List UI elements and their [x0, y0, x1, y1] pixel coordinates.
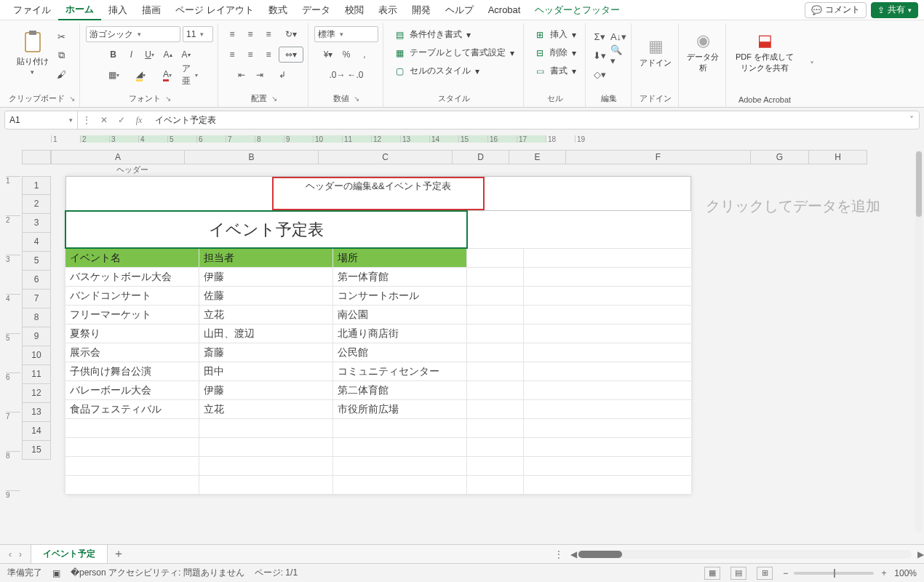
cell[interactable] — [524, 400, 581, 418]
cut-button[interactable]: ✂ — [54, 29, 70, 44]
add-sheet-button[interactable]: ＋ — [108, 546, 130, 562]
cell[interactable]: 第一体育館 — [333, 268, 467, 286]
cell[interactable] — [467, 268, 524, 286]
row-header[interactable]: 15 — [22, 441, 51, 460]
cell[interactable] — [467, 249, 524, 267]
cell[interactable] — [467, 419, 524, 437]
align-right[interactable]: ≡ — [260, 47, 276, 63]
copy-button[interactable]: ⧉ — [54, 48, 70, 63]
row-header[interactable]: 11 — [22, 365, 51, 384]
menu-headerfooter[interactable]: ヘッダーとフッター — [527, 1, 627, 20]
create-pdf-button[interactable]: ⬓PDF を作成してリンクを共有 — [732, 26, 797, 79]
decrease-decimal[interactable]: ←.0 — [348, 67, 364, 83]
cell[interactable]: 食品フェスティバル — [65, 400, 199, 418]
cell[interactable]: 夏祭り — [65, 324, 199, 343]
wrap-text[interactable]: ↲ — [270, 67, 295, 83]
format-cells-button[interactable]: ▭書式 ▾ — [530, 63, 581, 79]
merge-button[interactable]: ⇔▾ — [279, 47, 303, 63]
col-header-E[interactable]: E — [509, 150, 566, 164]
accounting-button[interactable]: ¥▾ — [320, 47, 336, 63]
zoom-in[interactable]: ＋ — [880, 567, 888, 579]
view-pagelayout[interactable]: ▤ — [730, 567, 746, 580]
grow-font-button[interactable]: A▴ — [160, 47, 176, 63]
macro-rec-icon[interactable]: ▣ — [52, 568, 60, 578]
cell[interactable] — [199, 438, 333, 456]
row-header[interactable]: 7 — [22, 290, 51, 308]
font-color-button[interactable]: A▾ — [155, 67, 180, 83]
collapse-ribbon[interactable]: ˅ — [803, 23, 821, 107]
comments-button[interactable]: 💬コメント — [805, 2, 867, 18]
autosum-button[interactable]: Σ▾ — [592, 29, 608, 44]
header-editor[interactable]: ヘッダーの編集&&イベント予定表 — [65, 176, 691, 211]
borders-button[interactable]: ▦▾ — [101, 67, 126, 83]
row-header[interactable]: 4 — [22, 233, 51, 252]
font-launcher[interactable]: ↘ — [165, 95, 171, 103]
name-box[interactable]: A1▾ — [5, 111, 78, 129]
header-left[interactable] — [66, 177, 272, 210]
row-header[interactable]: 9 — [22, 327, 51, 346]
find-select-button[interactable]: 🔍▾ — [610, 48, 626, 63]
cell[interactable]: 佐藤 — [199, 287, 333, 305]
cell[interactable]: 展示会 — [65, 343, 199, 362]
cell[interactable] — [199, 457, 333, 475]
menu-insert[interactable]: 挿入 — [101, 1, 135, 20]
cancel-edit[interactable]: ✕ — [95, 115, 113, 125]
cell[interactable] — [524, 419, 581, 437]
menu-draw[interactable]: 描画 — [135, 1, 168, 20]
menu-formulas[interactable]: 数式 — [261, 1, 295, 20]
fill-color-button[interactable]: ◢▾ — [128, 67, 153, 83]
cell[interactable]: バレーボール大会 — [65, 381, 199, 399]
row-header[interactable]: 5 — [22, 252, 51, 271]
align-bottom[interactable]: ≡ — [260, 26, 276, 42]
cell[interactable] — [467, 400, 524, 418]
insert-cells-button[interactable]: ⊞挿入 ▾ — [530, 26, 581, 43]
menu-help[interactable]: ヘルプ — [438, 1, 481, 20]
cell[interactable]: 斎藤 — [199, 343, 333, 362]
clear-button[interactable]: ◇▾ — [592, 67, 608, 81]
menu-data[interactable]: データ — [295, 1, 338, 20]
cell[interactable] — [65, 476, 199, 494]
cell[interactable]: コミュニティセンター — [333, 362, 467, 380]
sort-filter-button[interactable]: A↓▾ — [610, 29, 626, 44]
align-center[interactable]: ≡ — [242, 47, 258, 63]
percent-button[interactable]: % — [338, 47, 354, 63]
accessibility-status[interactable]: �person アクセシビリティ: 問題ありません — [71, 567, 244, 579]
align-middle[interactable]: ≡ — [242, 26, 258, 42]
decrease-indent[interactable]: ⇤ — [234, 67, 250, 83]
tab-next[interactable]: › — [19, 549, 22, 559]
cell[interactable] — [467, 457, 524, 475]
cell[interactable] — [467, 362, 524, 380]
select-all-button[interactable] — [22, 150, 51, 164]
col-header-B[interactable]: B — [185, 150, 319, 164]
cell[interactable] — [199, 419, 333, 437]
cell[interactable] — [467, 211, 524, 248]
cell[interactable]: フリーマーケット — [65, 306, 199, 324]
format-painter-button[interactable]: 🖌 — [54, 67, 70, 81]
cell[interactable]: コンサートホール — [333, 287, 467, 305]
share-button[interactable]: ⇪共有▾ — [871, 2, 918, 18]
cell[interactable] — [467, 476, 524, 494]
insert-function[interactable]: fx — [130, 115, 148, 126]
merged-title-cell[interactable]: イベント予定表 — [65, 211, 467, 248]
align-top[interactable]: ≡ — [224, 26, 240, 42]
cell[interactable] — [524, 438, 581, 456]
row-header[interactable]: 6 — [22, 271, 51, 290]
cell[interactable] — [524, 362, 581, 380]
zoom-slider[interactable] — [794, 572, 874, 575]
delete-cells-button[interactable]: ⊟削除 ▾ — [530, 44, 581, 61]
confirm-edit[interactable]: ✓ — [113, 115, 130, 125]
expand-formula-bar[interactable]: ˅ — [904, 115, 919, 125]
cell[interactable] — [524, 476, 581, 494]
col-header-F[interactable]: F — [566, 150, 751, 164]
col-header-D[interactable]: D — [453, 150, 509, 164]
menu-home[interactable]: ホーム — [58, 0, 101, 20]
underline-button[interactable]: U▾ — [142, 47, 158, 63]
zoom-value[interactable]: 100% — [894, 568, 917, 578]
font-name-combo[interactable]: 游ゴシック▾ — [86, 26, 180, 42]
cell[interactable] — [65, 457, 199, 475]
col-header-H[interactable]: H — [809, 150, 867, 164]
cell[interactable]: 公民館 — [333, 343, 467, 362]
cell[interactable] — [524, 457, 581, 475]
cell[interactable] — [333, 457, 467, 475]
hscroll-left[interactable]: ◀ — [570, 549, 577, 559]
